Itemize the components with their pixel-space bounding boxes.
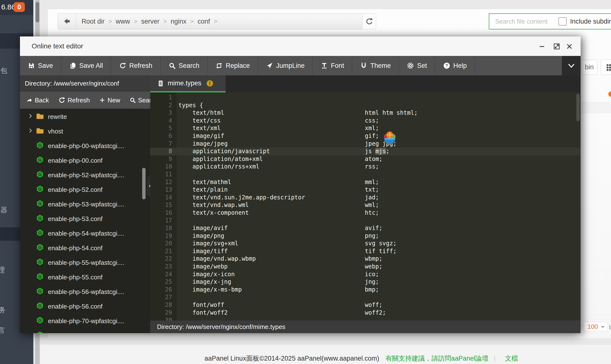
code-line-15[interactable]: 15 text/vnd.wap.wml wml; <box>150 201 581 209</box>
search-input[interactable] <box>495 18 556 25</box>
sidebar-menu-item[interactable]: 理 <box>0 266 5 275</box>
tree-folder-vhost[interactable]: vhost <box>20 124 150 139</box>
tree-file-enable-php-56-conf[interactable]: Genable-php-56.conf <box>20 299 150 314</box>
code-line-24[interactable]: 24 image/x-icon ico; <box>150 271 581 278</box>
code-line-16[interactable]: 16 text/x-component htc; <box>150 209 581 217</box>
tree-scrollbar-thumb[interactable] <box>142 168 146 199</box>
sidebar-menu-item[interactable]: 言 <box>0 326 5 335</box>
breadcrumb-item[interactable]: nginx <box>171 18 187 25</box>
code-line-28[interactable]: 28 font/woff woff; <box>150 301 581 309</box>
tree-toolbar-label: Refresh <box>68 97 90 104</box>
tab-mime-types[interactable]: mime.types <box>150 75 226 92</box>
code-line-5[interactable]: 5 text/xml xml; <box>150 125 581 132</box>
tree-file-enable-php-53-conf[interactable]: Genable-php-53.conf <box>20 211 150 226</box>
tree-file-enable-php-55-conf[interactable]: Genable-php-55.conf <box>20 270 150 285</box>
code-line-2[interactable]: 2types { <box>150 102 581 109</box>
close-button[interactable] <box>565 42 573 51</box>
tree-new-button[interactable]: New <box>99 97 120 104</box>
page-size-select[interactable]: 100 <box>584 322 608 331</box>
message-count-badge[interactable]: 0 <box>14 2 25 12</box>
code-line-21[interactable]: 21 image/tiff tif tiff; <box>150 247 581 255</box>
code-line-4[interactable]: 4 text/css css; <box>150 117 581 125</box>
code-line-1[interactable]: 1 <box>150 94 581 102</box>
code-line-13[interactable]: 13 text/plain txt; <box>150 186 581 194</box>
code-line-25[interactable]: 25 image/x-jng jng; <box>150 278 581 286</box>
search-button[interactable]: Search <box>161 56 208 75</box>
code-line-9[interactable]: 9 application/atom+xml atom; <box>150 155 581 163</box>
line-number: 21 <box>150 247 177 255</box>
tree-file-enable-php-56-wpfastcgi-[interactable]: Genable-php-56-wpfastcgi.... <box>20 285 150 299</box>
help-button[interactable]: ?Help <box>435 56 475 75</box>
tree-item-label: enable-php-52-wpfastcgi.... <box>48 171 124 179</box>
tree-item-label: enable-php-70.conf <box>48 332 102 333</box>
code-line-11[interactable]: 11 <box>150 171 581 179</box>
refresh-button[interactable] <box>362 14 376 29</box>
code-line-12[interactable]: 12 text/mathml mml; <box>150 179 581 186</box>
recycle-bin-button[interactable]: bin <box>581 60 597 75</box>
tree-file-enable-php-70-wpfastcgi-[interactable]: Genable-php-70-wpfastcgi.... <box>20 314 150 328</box>
tree-file-enable-php-52-conf[interactable]: Genable-php-52.conf <box>20 182 150 197</box>
tree-file-enable-php-00-wpfastcgi-[interactable]: Genable-php-00-wpfastcgi.... <box>20 139 150 153</box>
docs-link[interactable]: 文檔 <box>505 355 518 362</box>
conf-file-icon: G <box>36 316 44 326</box>
grid-view-button[interactable] <box>601 60 611 75</box>
code-line-18[interactable]: 18 image/avif avif; <box>150 224 581 232</box>
tree-file-enable-php-53-wpfastcgi-[interactable]: Genable-php-53-wpfastcgi.... <box>20 197 150 211</box>
include-subdir-checkbox[interactable] <box>558 17 567 26</box>
replace-button[interactable]: Replace <box>208 56 258 75</box>
code-line-7[interactable]: 7 image/jpeg jpeg jpg; <box>150 140 581 148</box>
sidebar-menu-item[interactable]: 務器 <box>0 206 7 215</box>
breadcrumb-item[interactable]: www <box>116 18 130 25</box>
code-line-10[interactable]: 10 application/rss+xml rss; <box>150 163 581 171</box>
page-scrollbar-thumb[interactable] <box>36 2 39 22</box>
code-line-29[interactable]: 29 font/woff2 woff2; <box>150 309 581 317</box>
code-line-17[interactable]: 17 <box>150 217 581 225</box>
chevron-right-icon[interactable] <box>27 127 34 135</box>
code-line-14[interactable]: 14 text/vnd.sun.j2me.app-descriptor jad; <box>150 194 581 202</box>
code-editor[interactable]: 12types {3 text/html html htm shtml;4 te… <box>150 92 581 321</box>
breadcrumb-item[interactable]: Root dir <box>81 18 105 25</box>
code-line-3[interactable]: 3 text/html html htm shtml; <box>150 109 581 117</box>
code-line-27[interactable]: 27 <box>150 294 581 301</box>
save-button[interactable]: Save <box>20 56 61 75</box>
jumpline-button[interactable]: JumpLine <box>258 56 313 75</box>
tree-refresh-button[interactable]: Refresh <box>58 97 90 104</box>
tree-folder-rewrite[interactable]: rewrite <box>20 109 150 124</box>
toolbar-button-label: Refresh <box>129 62 152 70</box>
support-forum-link[interactable]: 有關支持建議，請訪問aaPanel論壇 <box>385 355 488 362</box>
set-button[interactable]: Set <box>399 56 435 75</box>
font-button[interactable]: Font <box>313 56 352 75</box>
theme-button[interactable]: Theme <box>352 56 399 75</box>
dialog-header[interactable]: Online text editor <box>20 37 581 56</box>
maximize-button[interactable] <box>553 42 561 51</box>
code-line-8[interactable]: 8 application/javascript js mjs; <box>150 148 581 155</box>
minimize-button[interactable] <box>538 42 546 51</box>
line-number: 15 <box>150 201 177 209</box>
code-line-20[interactable]: 20 image/svg+xml svg svgz; <box>150 240 581 247</box>
toolbar-expand-button[interactable] <box>562 56 581 75</box>
save-all-button[interactable]: Save All <box>61 56 111 75</box>
tree-file-enable-php-55-wpfastcgi-[interactable]: Genable-php-55-wpfastcgi.... <box>20 255 150 270</box>
code-line-22[interactable]: 22 image/vnd.wap.wbmp wbmp; <box>150 255 581 263</box>
tree-file-enable-php-00-conf[interactable]: Genable-php-00.conf <box>20 153 150 168</box>
breadcrumb-item[interactable]: server <box>141 18 160 25</box>
refresh-button[interactable]: Refresh <box>111 56 161 75</box>
editor-scrollbar-thumb[interactable] <box>576 94 580 121</box>
chevron-right-icon[interactable] <box>27 113 34 121</box>
code-line-26[interactable]: 26 image/x-ms-bmp bmp; <box>150 286 581 294</box>
tree-file-enable-php-54-conf[interactable]: Genable-php-54.conf <box>20 241 150 255</box>
tree-file-enable-php-52-wpfastcgi-[interactable]: Genable-php-52-wpfastcgi.... <box>20 168 150 182</box>
tree-file-enable-php-70-conf[interactable]: Genable-php-70.conf <box>20 328 150 333</box>
sidebar-menu-item[interactable]: 务 <box>0 305 6 315</box>
code-line-30[interactable]: 30 <box>150 317 581 321</box>
breadcrumb-item[interactable]: conf <box>198 18 210 25</box>
code-line-6[interactable]: 6 image/gif gif; <box>150 132 581 140</box>
back-button[interactable] <box>58 14 76 29</box>
tree-back-button[interactable]: Back <box>26 97 49 104</box>
code-line-19[interactable]: 19 image/png png; <box>150 232 581 240</box>
tree-file-enable-php-54-wpfastcgi-[interactable]: Genable-php-54-wpfastcgi.... <box>20 226 150 241</box>
code-line-23[interactable]: 23 image/webp webp; <box>150 263 581 271</box>
toolbar-button-label: Help <box>453 62 467 70</box>
sidebar-menu-item[interactable]: 包 <box>0 66 7 75</box>
line-number: 25 <box>150 278 177 286</box>
